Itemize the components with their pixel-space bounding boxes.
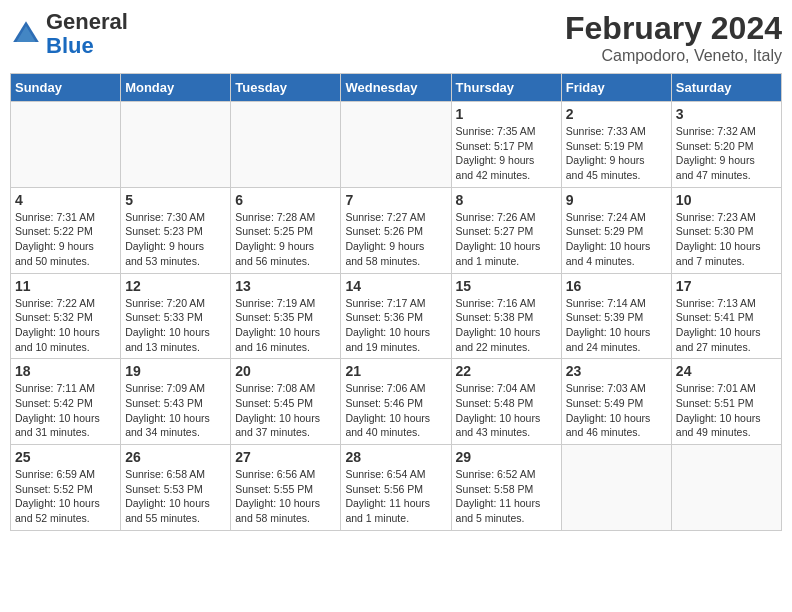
logo-blue-text: Blue	[46, 33, 94, 58]
calendar-week-2: 4Sunrise: 7:31 AMSunset: 5:22 PMDaylight…	[11, 187, 782, 273]
calendar-cell: 17Sunrise: 7:13 AMSunset: 5:41 PMDayligh…	[671, 273, 781, 359]
day-number: 6	[235, 192, 336, 208]
day-number: 19	[125, 363, 226, 379]
day-info: Sunrise: 6:52 AMSunset: 5:58 PMDaylight:…	[456, 467, 557, 526]
calendar-header-monday: Monday	[121, 74, 231, 102]
day-number: 29	[456, 449, 557, 465]
day-number: 1	[456, 106, 557, 122]
calendar-week-1: 1Sunrise: 7:35 AMSunset: 5:17 PMDaylight…	[11, 102, 782, 188]
calendar-cell: 18Sunrise: 7:11 AMSunset: 5:42 PMDayligh…	[11, 359, 121, 445]
day-info: Sunrise: 7:11 AMSunset: 5:42 PMDaylight:…	[15, 381, 116, 440]
day-info: Sunrise: 7:24 AMSunset: 5:29 PMDaylight:…	[566, 210, 667, 269]
day-number: 27	[235, 449, 336, 465]
calendar-header-saturday: Saturday	[671, 74, 781, 102]
calendar-cell: 12Sunrise: 7:20 AMSunset: 5:33 PMDayligh…	[121, 273, 231, 359]
day-number: 26	[125, 449, 226, 465]
day-info: Sunrise: 7:14 AMSunset: 5:39 PMDaylight:…	[566, 296, 667, 355]
calendar-cell: 29Sunrise: 6:52 AMSunset: 5:58 PMDayligh…	[451, 445, 561, 531]
day-info: Sunrise: 7:03 AMSunset: 5:49 PMDaylight:…	[566, 381, 667, 440]
calendar-cell	[671, 445, 781, 531]
day-number: 22	[456, 363, 557, 379]
day-info: Sunrise: 7:13 AMSunset: 5:41 PMDaylight:…	[676, 296, 777, 355]
calendar-cell: 6Sunrise: 7:28 AMSunset: 5:25 PMDaylight…	[231, 187, 341, 273]
calendar-cell: 10Sunrise: 7:23 AMSunset: 5:30 PMDayligh…	[671, 187, 781, 273]
calendar-cell: 2Sunrise: 7:33 AMSunset: 5:19 PMDaylight…	[561, 102, 671, 188]
day-info: Sunrise: 7:09 AMSunset: 5:43 PMDaylight:…	[125, 381, 226, 440]
calendar-cell: 4Sunrise: 7:31 AMSunset: 5:22 PMDaylight…	[11, 187, 121, 273]
day-info: Sunrise: 7:26 AMSunset: 5:27 PMDaylight:…	[456, 210, 557, 269]
calendar-cell: 24Sunrise: 7:01 AMSunset: 5:51 PMDayligh…	[671, 359, 781, 445]
calendar-cell: 14Sunrise: 7:17 AMSunset: 5:36 PMDayligh…	[341, 273, 451, 359]
day-info: Sunrise: 7:33 AMSunset: 5:19 PMDaylight:…	[566, 124, 667, 183]
calendar-header-row: SundayMondayTuesdayWednesdayThursdayFrid…	[11, 74, 782, 102]
day-number: 25	[15, 449, 116, 465]
day-number: 13	[235, 278, 336, 294]
day-info: Sunrise: 7:19 AMSunset: 5:35 PMDaylight:…	[235, 296, 336, 355]
calendar-cell: 21Sunrise: 7:06 AMSunset: 5:46 PMDayligh…	[341, 359, 451, 445]
calendar-header-wednesday: Wednesday	[341, 74, 451, 102]
calendar-cell: 27Sunrise: 6:56 AMSunset: 5:55 PMDayligh…	[231, 445, 341, 531]
day-info: Sunrise: 7:06 AMSunset: 5:46 PMDaylight:…	[345, 381, 446, 440]
day-number: 28	[345, 449, 446, 465]
calendar-header-thursday: Thursday	[451, 74, 561, 102]
calendar-cell: 20Sunrise: 7:08 AMSunset: 5:45 PMDayligh…	[231, 359, 341, 445]
day-info: Sunrise: 7:17 AMSunset: 5:36 PMDaylight:…	[345, 296, 446, 355]
calendar-cell: 7Sunrise: 7:27 AMSunset: 5:26 PMDaylight…	[341, 187, 451, 273]
logo-icon	[10, 18, 42, 50]
calendar-cell	[341, 102, 451, 188]
calendar-cell: 28Sunrise: 6:54 AMSunset: 5:56 PMDayligh…	[341, 445, 451, 531]
calendar-cell: 9Sunrise: 7:24 AMSunset: 5:29 PMDaylight…	[561, 187, 671, 273]
day-number: 24	[676, 363, 777, 379]
calendar-week-3: 11Sunrise: 7:22 AMSunset: 5:32 PMDayligh…	[11, 273, 782, 359]
day-info: Sunrise: 7:32 AMSunset: 5:20 PMDaylight:…	[676, 124, 777, 183]
calendar-cell	[121, 102, 231, 188]
calendar-cell: 26Sunrise: 6:58 AMSunset: 5:53 PMDayligh…	[121, 445, 231, 531]
day-info: Sunrise: 7:01 AMSunset: 5:51 PMDaylight:…	[676, 381, 777, 440]
calendar-cell: 8Sunrise: 7:26 AMSunset: 5:27 PMDaylight…	[451, 187, 561, 273]
day-number: 12	[125, 278, 226, 294]
day-info: Sunrise: 6:54 AMSunset: 5:56 PMDaylight:…	[345, 467, 446, 526]
day-info: Sunrise: 6:58 AMSunset: 5:53 PMDaylight:…	[125, 467, 226, 526]
calendar-cell: 23Sunrise: 7:03 AMSunset: 5:49 PMDayligh…	[561, 359, 671, 445]
calendar-cell	[561, 445, 671, 531]
day-number: 2	[566, 106, 667, 122]
day-number: 9	[566, 192, 667, 208]
day-info: Sunrise: 7:27 AMSunset: 5:26 PMDaylight:…	[345, 210, 446, 269]
calendar-cell: 22Sunrise: 7:04 AMSunset: 5:48 PMDayligh…	[451, 359, 561, 445]
calendar-cell: 25Sunrise: 6:59 AMSunset: 5:52 PMDayligh…	[11, 445, 121, 531]
day-number: 5	[125, 192, 226, 208]
day-info: Sunrise: 7:16 AMSunset: 5:38 PMDaylight:…	[456, 296, 557, 355]
title-area: February 2024 Campodoro, Veneto, Italy	[565, 10, 782, 65]
day-info: Sunrise: 7:35 AMSunset: 5:17 PMDaylight:…	[456, 124, 557, 183]
calendar-header-tuesday: Tuesday	[231, 74, 341, 102]
calendar-header-sunday: Sunday	[11, 74, 121, 102]
day-number: 4	[15, 192, 116, 208]
calendar-cell: 5Sunrise: 7:30 AMSunset: 5:23 PMDaylight…	[121, 187, 231, 273]
day-info: Sunrise: 7:22 AMSunset: 5:32 PMDaylight:…	[15, 296, 116, 355]
day-info: Sunrise: 7:08 AMSunset: 5:45 PMDaylight:…	[235, 381, 336, 440]
day-info: Sunrise: 6:56 AMSunset: 5:55 PMDaylight:…	[235, 467, 336, 526]
logo-general-text: General	[46, 9, 128, 34]
calendar-cell	[231, 102, 341, 188]
day-info: Sunrise: 7:20 AMSunset: 5:33 PMDaylight:…	[125, 296, 226, 355]
day-number: 23	[566, 363, 667, 379]
day-info: Sunrise: 7:04 AMSunset: 5:48 PMDaylight:…	[456, 381, 557, 440]
calendar-header-friday: Friday	[561, 74, 671, 102]
day-number: 10	[676, 192, 777, 208]
calendar-cell: 13Sunrise: 7:19 AMSunset: 5:35 PMDayligh…	[231, 273, 341, 359]
month-title: February 2024	[565, 10, 782, 47]
day-info: Sunrise: 7:31 AMSunset: 5:22 PMDaylight:…	[15, 210, 116, 269]
day-number: 3	[676, 106, 777, 122]
calendar-cell: 16Sunrise: 7:14 AMSunset: 5:39 PMDayligh…	[561, 273, 671, 359]
page-header: General Blue February 2024 Campodoro, Ve…	[10, 10, 782, 65]
calendar-cell: 11Sunrise: 7:22 AMSunset: 5:32 PMDayligh…	[11, 273, 121, 359]
day-number: 20	[235, 363, 336, 379]
day-number: 14	[345, 278, 446, 294]
day-number: 18	[15, 363, 116, 379]
day-number: 11	[15, 278, 116, 294]
day-info: Sunrise: 7:30 AMSunset: 5:23 PMDaylight:…	[125, 210, 226, 269]
day-info: Sunrise: 7:23 AMSunset: 5:30 PMDaylight:…	[676, 210, 777, 269]
calendar-cell: 19Sunrise: 7:09 AMSunset: 5:43 PMDayligh…	[121, 359, 231, 445]
day-number: 16	[566, 278, 667, 294]
calendar-week-5: 25Sunrise: 6:59 AMSunset: 5:52 PMDayligh…	[11, 445, 782, 531]
